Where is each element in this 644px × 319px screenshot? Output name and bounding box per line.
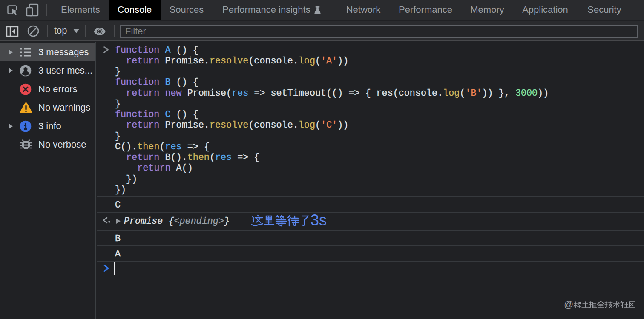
svg-text:@: @ [564,300,573,310]
